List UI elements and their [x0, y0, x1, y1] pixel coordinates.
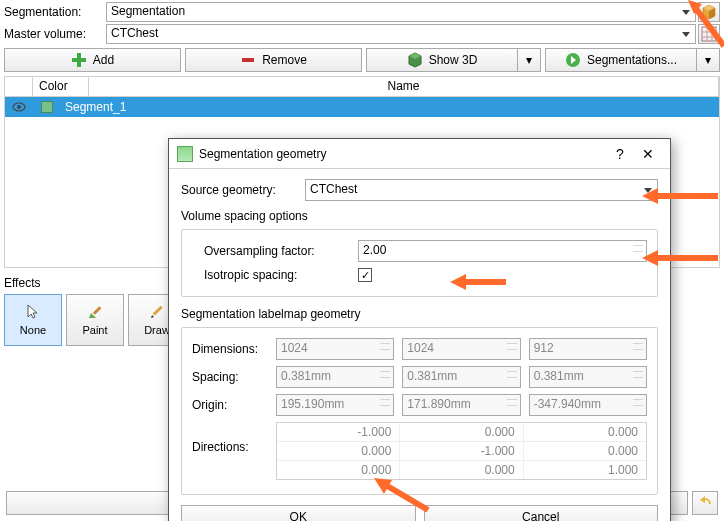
labelmap-header: Segmentation labelmap geometry: [181, 307, 658, 321]
grid-icon: [701, 26, 717, 42]
oversampling-spin[interactable]: 2.00: [358, 240, 647, 262]
minus-icon: [240, 52, 256, 68]
dialog-title: Segmentation geometry: [199, 147, 326, 161]
segment-name[interactable]: Segment_1: [61, 100, 126, 114]
show-3d-button[interactable]: Show 3D: [366, 48, 517, 72]
volume-spacing-group: Oversampling factor: 2.00 Isotropic spac…: [181, 229, 658, 297]
directions-matrix: -1.000 0.000 0.000 0.000 -1.000 0.000 0.…: [276, 422, 647, 480]
color-swatch[interactable]: [33, 101, 61, 113]
effect-label: Draw: [144, 324, 170, 336]
pencil-icon: [149, 304, 165, 320]
paint-icon: [87, 304, 103, 320]
effect-none[interactable]: None: [4, 294, 62, 346]
master-volume-label: Master volume:: [4, 27, 104, 41]
dialog-help-button[interactable]: ?: [606, 143, 634, 165]
isotropic-checkbox[interactable]: [358, 268, 372, 282]
add-button-label: Add: [93, 53, 114, 67]
segmentation-label: Segmentation:: [4, 5, 104, 19]
undo-icon: [697, 495, 713, 511]
svg-rect-0: [702, 27, 716, 41]
origin-y: 171.890mm: [402, 394, 520, 416]
remove-button[interactable]: Remove: [185, 48, 362, 72]
visibility-toggle[interactable]: [5, 99, 33, 115]
svg-rect-5: [93, 306, 101, 314]
undo-button[interactable]: [692, 491, 718, 515]
oversampling-label: Oversampling factor:: [204, 244, 354, 258]
show-3d-dropdown[interactable]: ▾: [517, 48, 541, 72]
arrow-right-circle-icon: [565, 52, 581, 68]
master-volume-combo[interactable]: CTChest: [106, 24, 696, 44]
table-col-name[interactable]: Name: [89, 77, 719, 96]
spacing-y: 0.381mm: [402, 366, 520, 388]
directions-label: Directions:: [192, 422, 272, 454]
spacing-x: 0.381mm: [276, 366, 394, 388]
dimensions-y: 1024: [402, 338, 520, 360]
svg-point-4: [17, 105, 21, 109]
source-geometry-combo[interactable]: CTChest: [305, 179, 658, 201]
dimensions-label: Dimensions:: [192, 342, 272, 356]
segmentation-geometry-dialog: Segmentation geometry ? ✕ Source geometr…: [168, 138, 671, 521]
origin-x: 195.190mm: [276, 394, 394, 416]
effect-label: Paint: [82, 324, 107, 336]
segmentations-button-label: Segmentations...: [587, 53, 677, 67]
dialog-close-button[interactable]: ✕: [634, 143, 662, 165]
cancel-button[interactable]: Cancel: [424, 505, 659, 521]
segmentations-button[interactable]: Segmentations...: [545, 48, 696, 72]
svg-rect-6: [153, 306, 163, 316]
ok-button[interactable]: OK: [181, 505, 416, 521]
cursor-icon: [25, 304, 41, 320]
volume-spacing-header: Volume spacing options: [181, 209, 658, 223]
table-col-color[interactable]: Color: [33, 77, 89, 96]
dialog-icon: [177, 146, 193, 162]
eye-icon: [11, 99, 27, 115]
spacing-label: Spacing:: [192, 370, 272, 384]
dimensions-x: 1024: [276, 338, 394, 360]
isotropic-label: Isotropic spacing:: [204, 268, 354, 282]
cube-icon: [701, 4, 717, 20]
cube-3d-icon: [407, 52, 423, 68]
segmentation-geometry-button[interactable]: [698, 2, 720, 22]
svg-rect-1: [242, 58, 254, 62]
source-geometry-label: Source geometry:: [181, 183, 301, 197]
show-3d-button-label: Show 3D: [429, 53, 478, 67]
labelmap-group: Dimensions: 1024 1024 912 Spacing: 0.381…: [181, 327, 658, 495]
segmentations-dropdown[interactable]: ▾: [696, 48, 720, 72]
plus-icon: [71, 52, 87, 68]
table-col-visibility[interactable]: [5, 77, 33, 96]
table-row[interactable]: Segment_1: [5, 97, 719, 117]
effect-label: None: [20, 324, 46, 336]
spacing-z: 0.381mm: [529, 366, 647, 388]
origin-label: Origin:: [192, 398, 272, 412]
master-volume-slice-button[interactable]: [698, 24, 720, 44]
add-button[interactable]: Add: [4, 48, 181, 72]
segmentation-combo[interactable]: Segmentation: [106, 2, 696, 22]
dimensions-z: 912: [529, 338, 647, 360]
origin-z: -347.940mm: [529, 394, 647, 416]
effect-paint[interactable]: Paint: [66, 294, 124, 346]
remove-button-label: Remove: [262, 53, 307, 67]
